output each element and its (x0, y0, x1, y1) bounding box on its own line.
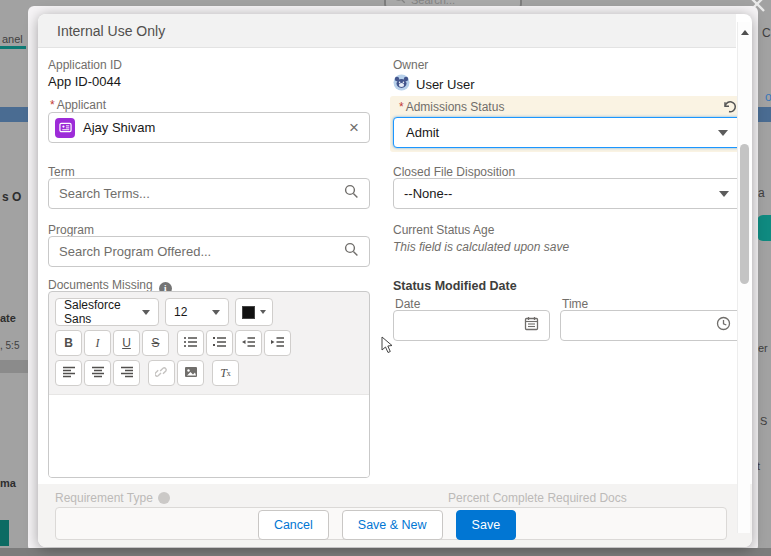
align-left-icon (62, 365, 76, 382)
date-label: Date (395, 297, 420, 311)
requirement-type-label: Requirement Type (55, 491, 170, 505)
chevron-down-icon (260, 310, 266, 314)
align-right-icon (120, 365, 134, 382)
date-input[interactable] (404, 318, 524, 333)
time-input[interactable] (571, 318, 716, 333)
program-label: Program (48, 223, 94, 237)
bullet-list-button[interactable] (177, 330, 204, 356)
align-right-button[interactable] (113, 360, 140, 386)
status-modified-date-heading: Status Modified Date (393, 279, 517, 293)
current-status-age-label: Current Status Age (393, 223, 494, 237)
editor-text-area[interactable] (49, 394, 369, 478)
closed-file-disposition-label: Closed File Disposition (393, 165, 515, 179)
scrollbar-thumb[interactable] (740, 144, 749, 284)
strikethrough-button[interactable]: S (142, 330, 169, 356)
numbered-list-button[interactable] (206, 330, 233, 356)
backdrop-right-fragment-a: a (758, 186, 765, 200)
backdrop-right-fragment-s: S (760, 415, 767, 427)
align-left-button[interactable] (55, 360, 82, 386)
font-size-value: 12 (174, 305, 204, 319)
image-icon (184, 365, 198, 382)
font-size-select[interactable]: 12 (165, 298, 229, 326)
backdrop-email-fragment: ma (0, 477, 16, 489)
term-label: Term (48, 165, 75, 179)
text-color-picker[interactable] (235, 298, 273, 326)
chevron-down-icon (212, 310, 220, 315)
indent-icon (270, 335, 285, 352)
clear-applicant-icon[interactable]: × (349, 119, 359, 136)
font-select-value: Salesforce Sans (64, 298, 134, 326)
internal-use-only-modal: Internal Use Only Application ID App ID-… (38, 14, 752, 547)
outdent-icon (241, 335, 256, 352)
remove-format-button[interactable]: Tx (212, 360, 239, 386)
program-input[interactable] (59, 244, 344, 259)
remove-format-sub: x (227, 369, 231, 378)
percent-complete-label: Percent Complete Required Docs (448, 491, 627, 505)
application-id-label: Application ID (48, 58, 122, 72)
cancel-button[interactable]: Cancel (258, 510, 329, 540)
align-center-button[interactable] (84, 360, 111, 386)
info-icon (158, 492, 170, 504)
backdrop-teal-pill (757, 215, 771, 241)
current-status-age-help: This field is calculated upon save (393, 240, 569, 254)
contact-icon (55, 118, 75, 138)
link-button (148, 360, 175, 386)
chevron-down-icon (718, 130, 728, 136)
numbered-list-icon (212, 335, 227, 352)
search-icon (344, 242, 359, 261)
mouse-cursor (381, 336, 394, 358)
avatar (393, 74, 410, 94)
backdrop-blue-bar-right (756, 107, 771, 122)
backdrop-right-fragment-o: o (765, 90, 771, 104)
scroll-up-arrow-icon[interactable] (741, 30, 749, 35)
backdrop-active-tab-underline (0, 46, 26, 49)
applicant-label: *Applicant (50, 98, 106, 112)
indent-button[interactable] (264, 330, 291, 356)
calendar-icon[interactable] (524, 316, 539, 335)
owner-label: Owner (393, 58, 428, 72)
link-icon (155, 365, 169, 382)
admissions-status-highlight: *Admissions Status Admit (390, 96, 744, 152)
term-field (48, 178, 370, 209)
footer-buttons: Cancel Save & New Save (38, 510, 736, 540)
modal-scrollbar[interactable] (737, 22, 750, 533)
backdrop-time-fragment: , 5:5 (0, 340, 19, 351)
bold-button[interactable]: B (55, 330, 82, 356)
chevron-down-icon (142, 310, 150, 315)
bullet-list-icon (183, 335, 198, 352)
save-and-new-button[interactable]: Save & New (342, 510, 443, 540)
font-select[interactable]: Salesforce Sans (55, 298, 159, 326)
italic-button[interactable]: I (84, 330, 111, 356)
applicant-value: Ajay Shivam (83, 120, 349, 135)
color-swatch (242, 306, 255, 319)
required-asterisk: * (50, 98, 55, 112)
admissions-status-select[interactable]: Admit (393, 117, 741, 148)
closed-file-disposition-select[interactable]: --None-- (393, 178, 742, 209)
screen: Search... anel s O ate , 5:5 ma C o a er… (0, 0, 771, 556)
time-field (560, 310, 742, 341)
save-button[interactable]: Save (456, 510, 517, 540)
date-field (393, 310, 550, 341)
program-field (48, 236, 370, 267)
insert-image-button[interactable] (177, 360, 204, 386)
backdrop-heading-fragment: s O (2, 190, 21, 204)
backdrop-right-fragment-c: C (762, 26, 771, 40)
bottom-page-strip (0, 548, 771, 556)
search-icon (344, 184, 359, 203)
applicant-field[interactable]: Ajay Shivam × (48, 112, 370, 143)
owner-value: User User (416, 77, 475, 92)
clock-icon[interactable] (716, 316, 731, 335)
owner-value-row: User User (393, 74, 475, 94)
modal-title: Internal Use Only (57, 23, 165, 39)
underline-button[interactable]: U (113, 330, 140, 356)
rich-text-editor: Salesforce Sans 12 B I U (48, 291, 370, 478)
backdrop-tab-fragment: anel (2, 33, 23, 45)
backdrop-right-fragment-er: er (758, 342, 768, 354)
term-input[interactable] (59, 186, 344, 201)
outdent-button[interactable] (235, 330, 262, 356)
undo-icon[interactable] (721, 99, 737, 115)
admissions-status-value: Admit (406, 125, 718, 140)
backdrop-blue-bar-left (0, 107, 28, 122)
time-label: Time (562, 297, 588, 311)
remove-format-label: T (220, 366, 227, 381)
